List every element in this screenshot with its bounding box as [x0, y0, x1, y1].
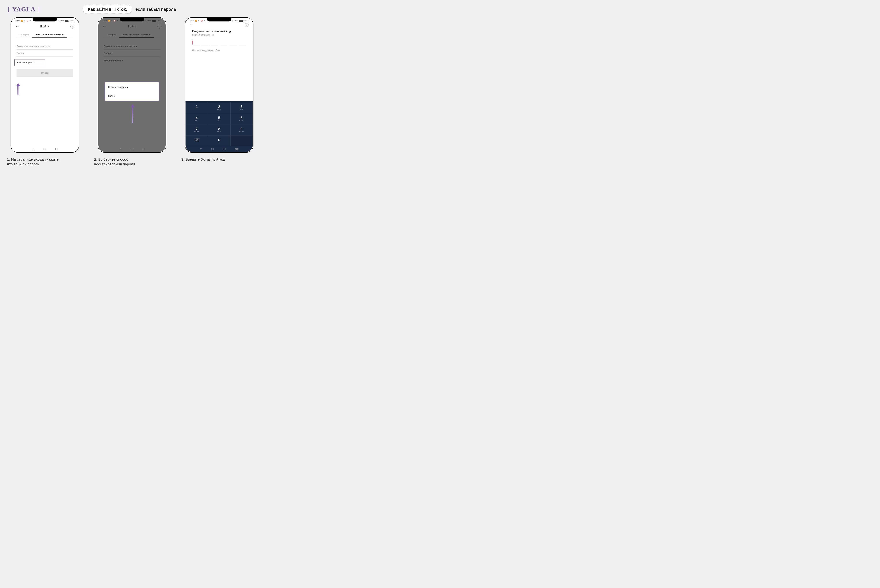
key-9[interactable]: 9WXYZ: [230, 124, 253, 135]
tab-phone[interactable]: Телефон: [104, 32, 119, 38]
caption-3: 3. Введите 6-значный код: [181, 157, 257, 166]
carrier-label: Tele2: [15, 20, 20, 22]
captions-row: 1. На странице входа укажите, что забыли…: [7, 157, 257, 166]
tab-phone[interactable]: Телефон: [17, 32, 32, 38]
back-icon[interactable]: ←: [190, 22, 194, 27]
app-header: ← Войти ?: [11, 22, 78, 31]
bluetooth-icon: ᛒ: [145, 20, 146, 22]
code-digit-1[interactable]: [192, 40, 200, 46]
nav-back-icon[interactable]: ▷: [32, 148, 35, 150]
code-digit-4[interactable]: [220, 40, 227, 46]
header-title: Войти: [40, 25, 50, 28]
forgot-password-link[interactable]: Забыли пароль?: [17, 59, 73, 66]
code-digit-2[interactable]: [201, 40, 209, 46]
help-icon[interactable]: ?: [71, 25, 74, 28]
callout-arrow-icon: [16, 83, 20, 95]
title-tail: если забыл пароль: [135, 7, 176, 12]
key-0[interactable]: 0+: [208, 135, 230, 146]
code-digit-6[interactable]: [239, 40, 246, 46]
app-header: ← Войти ?: [98, 22, 166, 31]
clock-label: 07:43: [70, 20, 74, 22]
login-button[interactable]: Войти: [17, 69, 73, 77]
tab-email-username[interactable]: Почта / имя пользователя: [119, 32, 154, 38]
key-8[interactable]: 8TUV: [208, 124, 230, 135]
key-backspace[interactable]: ⌫: [186, 135, 208, 146]
signal-icon: 📶: [108, 20, 110, 22]
alarm-icon: ⏰: [201, 20, 203, 22]
code-subtitle: Код был отправлен на: [186, 33, 253, 36]
code-input[interactable]: [186, 36, 253, 46]
carrier-label: Tele2: [190, 20, 194, 22]
nav-home-icon[interactable]: [211, 148, 214, 150]
nav-home-icon[interactable]: [131, 148, 133, 150]
signal-icon: 📶: [21, 20, 23, 22]
nav-recent-icon[interactable]: [143, 148, 145, 150]
code-digit-5[interactable]: [230, 40, 237, 46]
battery-percent: 93 %: [60, 20, 64, 22]
phone-notch-icon: [120, 18, 144, 21]
telegram-icon: ✈: [30, 20, 31, 22]
key-7[interactable]: 7PQRS: [186, 124, 208, 135]
code-title: Введите шестизначный код: [186, 27, 253, 33]
numeric-keypad: 12ABC3DEF4GHI5JKL6MNO7PQRS8TUV9WXYZ⌫0+ ▽…: [186, 101, 253, 152]
forgot-password-link[interactable]: Забыли пароль?: [104, 59, 160, 62]
battery-percent: 93 %: [147, 20, 151, 22]
nfc-icon: ℕ: [198, 20, 200, 22]
code-digit-3[interactable]: [211, 40, 218, 46]
alarm-icon: ⏰: [114, 20, 116, 22]
nav-back-icon[interactable]: ▷: [119, 148, 122, 150]
nav-home-icon[interactable]: [44, 148, 46, 150]
phone-step-2: Tele2 📶 ℕ ⏰ ✈ ᛒ 93 % 07:43: [98, 17, 166, 153]
recovery-option-email[interactable]: Почта: [105, 92, 159, 100]
title-pill: Как зайти в TikTok,: [83, 5, 132, 14]
tab-email-username[interactable]: Почта / имя пользователя: [32, 32, 67, 38]
keyboard-icon[interactable]: ⌨: [235, 148, 239, 151]
key-2[interactable]: 2ABC: [208, 102, 230, 113]
resend-label[interactable]: Отправить код заново: [192, 49, 214, 51]
caption-2: 2. Выберите способ восстановления пароля: [94, 157, 170, 166]
help-icon[interactable]: ?: [245, 23, 249, 27]
signal-icon: 📶: [195, 20, 197, 22]
top-bar: [ YAGLA ] Как зайти в TikTok, если забыл…: [7, 5, 257, 14]
email-field[interactable]: Почта или имя пользователя: [104, 43, 160, 50]
clock-label: 07:43: [157, 20, 161, 22]
highlight-box-icon: Забыли пароль?: [14, 59, 45, 66]
bluetooth-icon: ᛒ: [232, 20, 233, 22]
key-3[interactable]: 3DEF: [230, 102, 253, 113]
alarm-icon: ⏰: [26, 20, 29, 22]
resend-countdown: 58s: [216, 49, 220, 51]
key-1[interactable]: 1: [186, 102, 208, 113]
key-blank: [230, 135, 253, 146]
phone-notch-icon: [207, 18, 231, 21]
yagla-logo: [ YAGLA ]: [7, 6, 41, 13]
android-nav-bar: ▽ ⌨: [186, 146, 253, 152]
battery-icon: [152, 20, 156, 22]
recovery-option-phone[interactable]: Номер телефона: [105, 83, 159, 92]
nfc-icon: ℕ: [111, 20, 113, 22]
nav-recent-icon[interactable]: [56, 148, 58, 150]
email-field[interactable]: Почта или имя пользователя: [17, 43, 73, 50]
caption-1: 1. На странице входа укажите, что забыли…: [7, 157, 83, 166]
nav-recent-icon[interactable]: [223, 148, 225, 150]
back-icon[interactable]: ←: [15, 24, 20, 29]
help-icon[interactable]: ?: [158, 25, 161, 28]
clock-label: 07:43: [244, 20, 249, 22]
phone-notch-icon: [33, 18, 57, 21]
callout-arrow-icon: [131, 104, 134, 123]
key-6[interactable]: 6MNO: [230, 113, 253, 124]
password-field[interactable]: Пароль: [104, 50, 160, 57]
login-tabs: Телефон Почта / имя пользователя: [104, 31, 160, 38]
password-field[interactable]: Пароль: [17, 50, 73, 57]
back-icon[interactable]: ←: [103, 24, 107, 29]
logo-right-bracket-icon: ]: [37, 6, 41, 13]
phone-step-1: Tele2 📶 ℕ ⏰ ✈ ᛒ 93 % 07:43: [11, 17, 79, 153]
recovery-method-popup: Номер телефона Почта: [105, 82, 159, 101]
key-4[interactable]: 4GHI: [186, 113, 208, 124]
logo-left-bracket-icon: [: [7, 6, 11, 13]
resend-row: Отправить код заново 58s: [186, 46, 253, 55]
article-title: Как зайти в TikTok, если забыл пароль: [83, 5, 176, 14]
header-title: Войти: [128, 25, 137, 28]
nav-back-icon[interactable]: ▽: [200, 148, 202, 151]
key-5[interactable]: 5JKL: [208, 113, 230, 124]
bluetooth-icon: ᛒ: [58, 20, 59, 22]
